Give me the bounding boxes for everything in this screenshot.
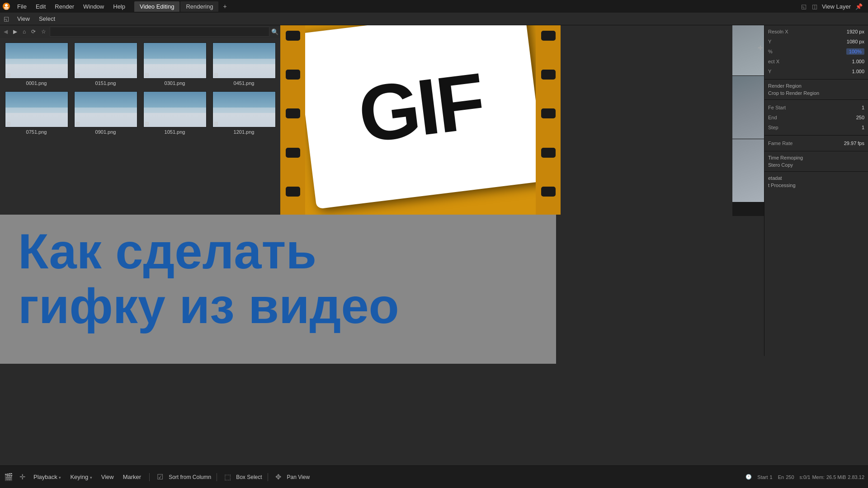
crop-render-region-row[interactable]: Crop to Render Region xyxy=(764,89,868,97)
add-workspace-button[interactable]: + xyxy=(219,1,230,12)
layer-icon[interactable]: ◫ xyxy=(811,2,818,11)
framerate-label: F​ame Rate xyxy=(768,141,844,146)
frame-step-row: Step 1 xyxy=(764,122,868,132)
view-menu[interactable]: View xyxy=(99,473,117,481)
aspect-y-label: Y xyxy=(768,69,852,74)
box-select-icon[interactable]: ⬚ xyxy=(222,472,232,482)
list-item[interactable]: 🖼 1201.png xyxy=(209,89,278,137)
metadata-row[interactable]: etada​t xyxy=(764,174,868,182)
tab-video-editing[interactable]: Video Editing xyxy=(134,1,179,12)
secondary-toolbar: ◱ View Select xyxy=(0,13,868,25)
menu-window[interactable]: Window xyxy=(79,1,108,12)
start-value[interactable]: 1 xyxy=(770,474,773,480)
menu-view[interactable]: View xyxy=(13,14,34,24)
list-item[interactable]: 🖼 0451.png xyxy=(209,40,278,89)
panel-divider xyxy=(764,79,868,80)
tab-rendering[interactable]: Rendering xyxy=(180,1,218,12)
res-y-value[interactable]: 1080 px xyxy=(847,39,864,44)
pin-icon[interactable]: 📌 xyxy=(854,2,863,11)
nav-refresh[interactable]: ⟳ xyxy=(29,28,38,36)
list-item[interactable]: 🖼 0301.png xyxy=(140,40,209,89)
sort-label: Sort from Column xyxy=(169,474,211,480)
frame-step-value[interactable]: 1 xyxy=(862,125,864,130)
keying-menu[interactable]: Keying ▾ xyxy=(67,473,94,481)
frame-step-label: Step xyxy=(768,125,862,130)
panel-divider xyxy=(764,99,868,100)
file-name: 1051.png xyxy=(165,129,185,135)
nav-bookmark[interactable]: ☆ xyxy=(39,28,48,36)
nav-home[interactable]: ⌂ xyxy=(21,28,28,36)
list-item[interactable]: 🖼 0751.png xyxy=(2,89,71,137)
panel-divider xyxy=(764,151,868,151)
marker-menu[interactable]: Marker xyxy=(120,473,144,481)
list-item[interactable]: 🖼 0151.png xyxy=(71,40,140,89)
panel-row: ect X 1.000 xyxy=(764,56,868,66)
lower-preview-text: Как сделать гифку из видео xyxy=(0,215,556,342)
list-item[interactable]: 🖼 0001.png xyxy=(2,40,71,89)
metadata-label: etada​t xyxy=(768,175,782,181)
list-item[interactable]: 🖼 0901.png xyxy=(71,89,140,137)
file-thumbnail: 🖼 xyxy=(143,91,207,127)
post-processing-row[interactable]: t Pro­cessing xyxy=(764,182,868,189)
pan-icon[interactable]: ✥ xyxy=(274,472,283,482)
mem-info: s:0/1 Mem: 26.5 MiB 2.83.12 xyxy=(800,474,864,480)
frame-end-value[interactable]: 250 xyxy=(856,115,864,120)
nav-back[interactable]: ◀ xyxy=(2,28,9,36)
post-processing-label: t Pro­cessing xyxy=(768,183,796,188)
file-name: 1201.png xyxy=(234,129,255,135)
mem-label: Mem: xyxy=(812,474,825,480)
nav-bar: ◀ ▶ ⌂ ⟳ ☆ 🔍 xyxy=(0,25,280,38)
panel-row: Y 1080 px xyxy=(764,37,868,47)
pointer-icon[interactable]: ✛ xyxy=(17,472,27,482)
start-frame-item: Start 1 xyxy=(757,474,772,480)
menu-help[interactable]: Help xyxy=(108,1,130,12)
frame-start-row: F​e Start 1 xyxy=(764,103,868,113)
cursor-indicator: ✛ xyxy=(758,44,763,52)
file-name: 0001.png xyxy=(26,80,47,86)
list-item[interactable]: 🖼 1051.png xyxy=(140,89,209,137)
header-toggle-icon[interactable]: ◱ xyxy=(0,13,13,25)
menu-select[interactable]: Select xyxy=(34,14,60,24)
svg-rect-2 xyxy=(4,7,9,8)
playback-menu[interactable]: Playback ▾ xyxy=(31,473,64,481)
nav-forward[interactable]: ▶ xyxy=(11,28,19,36)
file-name: 0151.png xyxy=(95,80,116,86)
stereo-copy-row[interactable]: Ster​o​ Copy xyxy=(764,161,868,169)
render-region-row[interactable]: Render Region xyxy=(764,82,868,89)
end-frame-item: En 250 xyxy=(778,474,794,480)
top-menu-bar: File Edit Render Window Help Video Editi… xyxy=(0,0,868,13)
editor-type-icon[interactable]: 🎬 xyxy=(4,472,14,482)
nav-path-input[interactable] xyxy=(50,27,269,37)
search-icon[interactable]: 🔍 xyxy=(271,28,278,35)
file-name: 0901.png xyxy=(95,129,116,135)
viewport-strip-item xyxy=(732,76,764,139)
menu-edit[interactable]: Edit xyxy=(31,1,50,12)
framerate-value[interactable]: 29.97 fps xyxy=(844,141,864,146)
panel-section-framerate: F​ame Rate 29.97 fps xyxy=(764,136,868,150)
file-thumbnail: 🖼 xyxy=(74,91,137,127)
workspace-tabs: Video Editing Rendering + xyxy=(134,1,231,12)
menu-file[interactable]: File xyxy=(13,1,31,12)
checkbox-icon[interactable]: ☑ xyxy=(155,472,165,482)
en-value[interactable]: 250 xyxy=(786,474,794,480)
image-icon: 🖼 xyxy=(75,73,80,77)
menu-render[interactable]: Render xyxy=(50,1,79,12)
res-pct-value[interactable]: 100% xyxy=(846,48,864,55)
panel-row: Y 1.000 xyxy=(764,66,868,76)
scene-icon[interactable]: ◱ xyxy=(800,2,807,11)
aspect-y-value[interactable]: 1.000 xyxy=(852,69,864,74)
res-x-value[interactable]: 1920 px xyxy=(847,29,864,34)
image-icon: 🖼 xyxy=(6,73,10,77)
file-name: 0751.png xyxy=(26,129,47,135)
file-browser: 🖼 0001.png 🖼 0151.png 🖼 0301.png xyxy=(0,38,280,214)
crop-render-region-label: Crop to Render Region xyxy=(768,90,819,96)
frame-start-label: F​e Start xyxy=(768,105,862,110)
aspect-x-value[interactable]: 1.000 xyxy=(852,59,864,64)
res-pct-label: % xyxy=(768,49,846,54)
file-grid: 🖼 0001.png 🖼 0151.png 🖼 0301.png xyxy=(0,38,280,139)
panel-section-metadata: etada​t t Pro­cessing xyxy=(764,173,868,191)
file-thumbnail: 🖼 xyxy=(74,42,137,79)
clock-icon-item: 🕐 xyxy=(745,474,752,480)
time-remapping-row[interactable]: Time Re​moping xyxy=(764,154,868,161)
frame-start-value[interactable]: 1 xyxy=(862,105,864,110)
